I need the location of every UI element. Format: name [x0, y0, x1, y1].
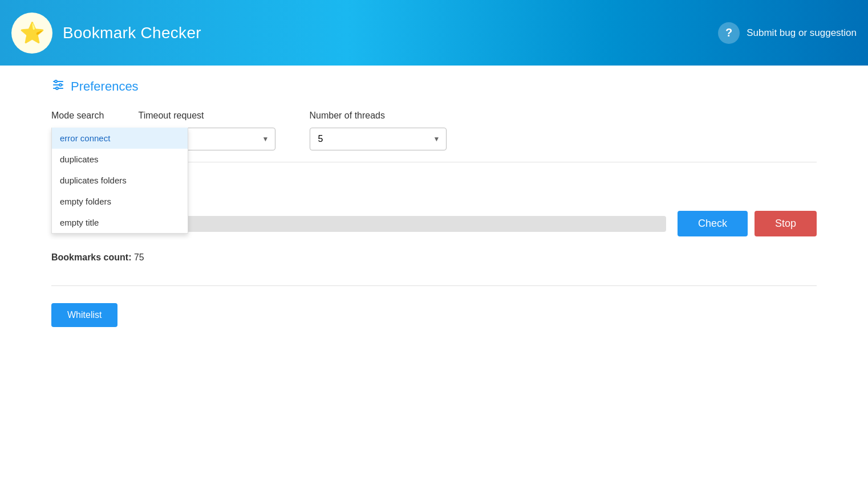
bookmarks-count-row: Bookmarks count: 75 [0, 248, 868, 274]
whitelist-button[interactable]: Whitelist [51, 303, 117, 327]
star-icon: ⭐ [19, 21, 45, 45]
submit-bug-button[interactable]: ? Submit bug or suggestion [718, 22, 857, 44]
timeout-request-label: Timeout request [139, 111, 275, 121]
bookmarks-count-label: Bookmarks count: [51, 252, 131, 262]
preferences-icon [51, 78, 65, 95]
dropdown-item-empty-title[interactable]: empty title [52, 212, 188, 233]
threads-label: Number of threads [310, 111, 447, 121]
svg-point-5 [56, 87, 58, 89]
dropdown-item-duplicates[interactable]: duplicates [52, 149, 188, 170]
threads-chevron-down-icon: ▼ [433, 135, 440, 143]
submit-bug-label: Submit bug or suggestion [747, 27, 857, 39]
timeout-chevron-down-icon: ▼ [262, 135, 269, 143]
dropdown-item-error-connect[interactable]: error connect [52, 128, 188, 149]
threads-dropdown-wrapper: 5 ▼ [310, 128, 447, 150]
main-content: Preferences Mode search error connect du… [0, 66, 868, 490]
preferences-header: Preferences [0, 66, 868, 105]
preferences-title: Preferences [71, 79, 139, 94]
stop-button[interactable]: Stop [755, 211, 817, 236]
mode-search-group: Mode search error connect duplicates dup… [51, 111, 104, 128]
threads-group: Number of threads 5 ▼ [310, 111, 447, 150]
app-header: ⭐ Bookmark Checker ? Submit bug or sugge… [0, 0, 868, 66]
app-logo: ⭐ [11, 13, 52, 54]
whitelist-section: Whitelist [0, 286, 868, 344]
svg-point-3 [55, 80, 57, 83]
help-icon: ? [718, 22, 740, 44]
bookmarks-count-value: 75 [134, 252, 144, 262]
dropdown-item-duplicates-folders[interactable]: duplicates folders [52, 170, 188, 191]
mode-search-label: Mode search [51, 111, 104, 121]
dropdown-item-empty-folders[interactable]: empty folders [52, 191, 188, 212]
settings-row: Mode search error connect duplicates dup… [0, 105, 868, 162]
threads-dropdown-display[interactable]: 5 ▼ [310, 128, 447, 150]
threads-selected-value: 5 [318, 134, 323, 144]
svg-point-4 [59, 84, 62, 86]
app-title: Bookmark Checker [63, 24, 201, 42]
check-button[interactable]: Check [678, 211, 748, 236]
mode-search-dropdown-menu: error connect duplicates duplicates fold… [51, 128, 188, 234]
